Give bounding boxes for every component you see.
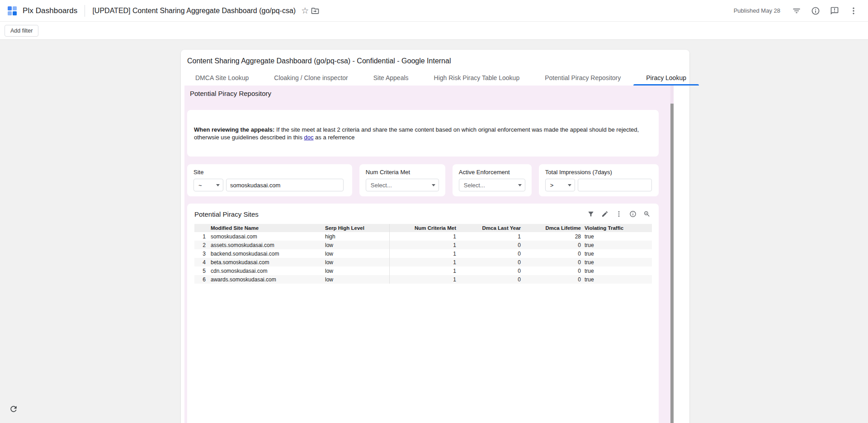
cell-row-number: 1	[194, 232, 209, 241]
column-header-violating-traffic[interactable]: Violating Traffic	[583, 224, 652, 232]
doc-link[interactable]: doc	[304, 134, 314, 141]
add-filter-button[interactable]: Add filter	[5, 25, 38, 37]
cell-serp: low	[323, 275, 389, 284]
tab-dmca-site-lookup[interactable]: DMCA Site Lookup	[183, 71, 261, 86]
tab-site-appeals[interactable]: Site Appeals	[361, 71, 421, 86]
cell-site: beta.somoskudasai.com	[209, 258, 323, 266]
potential-piracy-sites-table: Modified Site Name Serp High Level Num C…	[194, 224, 652, 284]
cell-dmca-last-year: 0	[458, 241, 523, 249]
column-header-num-criteria-met[interactable]: Num Criteria Met	[389, 224, 458, 232]
move-to-folder-icon[interactable]	[309, 5, 321, 17]
chevron-down-icon	[432, 184, 435, 186]
cell-dmca-last-year: 0	[458, 249, 523, 258]
active-enforcement-select[interactable]: Select...	[459, 179, 525, 191]
impressions-operator-dropdown[interactable]: >	[545, 179, 575, 191]
info-icon[interactable]	[809, 5, 822, 17]
cell-row-number: 4	[194, 258, 209, 266]
cell-site: cdn.somoskudasai.com	[209, 266, 323, 275]
table-edit-icon[interactable]	[600, 209, 610, 219]
published-label: Published May 28	[734, 7, 780, 14]
app-name: Plx Dashboards	[23, 6, 77, 15]
note-bold-prefix: When reviewing the appeals:	[194, 126, 274, 133]
cell-dmca-last-year: 0	[458, 275, 523, 284]
dashboard-title: [UPDATED] Content Sharing Aggregate Dash…	[92, 7, 296, 15]
cell-serp: low	[323, 241, 389, 249]
filter-card-site: Site ~	[187, 164, 352, 196]
note-text: When reviewing the appeals: If the site …	[194, 126, 652, 141]
cell-serp: low	[323, 249, 389, 258]
cell-violating-traffic: true	[583, 232, 652, 241]
table-more-vertical-icon[interactable]	[614, 209, 624, 219]
cell-dmca-lifetime: 0	[523, 266, 583, 275]
filter-card-num-criteria-met: Num Criteria Met Select...	[359, 164, 445, 196]
chevron-down-icon	[568, 184, 571, 186]
cell-row-number: 6	[194, 275, 209, 284]
table-info-icon[interactable]	[628, 209, 638, 219]
cell-dmca-lifetime: 0	[523, 275, 583, 284]
plx-dashboards-logo-icon[interactable]	[7, 6, 17, 16]
cell-row-number: 3	[194, 249, 209, 258]
filter-card-active-enforcement: Active Enforcement Select...	[453, 164, 532, 196]
table-row: 4 beta.somoskudasai.com low 1 0 0 true	[194, 258, 652, 266]
cell-dmca-lifetime: 0	[523, 249, 583, 258]
filter-title-site: Site	[193, 169, 346, 176]
tab-potential-piracy-repository[interactable]: Potential Piracy Repository	[532, 71, 633, 86]
top-app-bar: Plx Dashboards [UPDATED] Content Sharing…	[0, 0, 868, 22]
tab-high-risk-piracy-table-lookup[interactable]: High Risk Piracy Table Lookup	[421, 71, 533, 86]
chevron-down-icon	[216, 184, 220, 186]
table-row: 3 backend.somoskudasai.com low 1 0 0 tru…	[194, 249, 652, 258]
cell-row-number: 2	[194, 241, 209, 249]
feedback-icon[interactable]	[828, 5, 841, 17]
dashboard-card: Content Sharing Aggregate Dashboard (go/…	[181, 50, 689, 423]
cell-site: somoskudasai.com	[209, 232, 323, 241]
more-vertical-icon[interactable]	[847, 5, 860, 17]
cell-site: assets.somoskudasai.com	[209, 241, 323, 249]
section-title: Potential Piracy Repository	[187, 90, 659, 98]
filter-title-total-impressions: Total Impressions (7days)	[545, 169, 652, 176]
cell-criteria: 1	[389, 249, 458, 258]
cell-criteria: 1	[389, 241, 458, 249]
column-header-serp-high-level[interactable]: Serp High Level	[323, 224, 389, 232]
column-header-modified-site-name[interactable]: Modified Site Name	[209, 224, 323, 232]
cell-criteria: 1	[389, 275, 458, 284]
star-favorite-icon[interactable]: ☆	[301, 6, 309, 15]
table-toolbar	[586, 209, 652, 219]
site-operator-dropdown[interactable]: ~	[193, 179, 223, 191]
divider	[85, 5, 85, 17]
table-row: 6 awards.somoskudasai.com low 1 0 0 true	[194, 275, 652, 284]
cell-site: backend.somoskudasai.com	[209, 249, 323, 258]
table-row: 1 somoskudasai.com high 1 1 28 true	[194, 232, 652, 241]
cell-dmca-lifetime: 28	[523, 232, 583, 241]
table-row: 2 assets.somoskudasai.com low 1 0 0 true	[194, 241, 652, 249]
impressions-operator-value: >	[550, 182, 554, 189]
column-header-dmca-lifetime[interactable]: Dmca Lifetime	[523, 224, 583, 232]
active-enforcement-placeholder: Select...	[464, 182, 485, 189]
site-operator-value: ~	[198, 182, 202, 189]
table-filter-icon[interactable]	[586, 209, 596, 219]
cell-serp: high	[323, 232, 389, 241]
topbar-left: Plx Dashboards [UPDATED] Content Sharing…	[7, 5, 321, 17]
filter-title-num-criteria: Num Criteria Met	[366, 169, 439, 176]
filter-toggle-icon[interactable]	[790, 5, 803, 17]
cell-dmca-lifetime: 0	[523, 258, 583, 266]
chevron-down-icon	[518, 184, 522, 186]
num-criteria-select[interactable]: Select...	[366, 179, 439, 191]
cell-criteria: 1	[389, 232, 458, 241]
tab-piracy-lookup[interactable]: Piracy Lookup	[633, 71, 699, 86]
cell-serp: low	[323, 258, 389, 266]
filters-row: Site ~ Num Criteria Met Select...	[187, 164, 659, 196]
table-zoom-icon[interactable]	[642, 209, 652, 219]
widget-scrollbar-thumb[interactable]	[670, 104, 674, 423]
cell-row-number: 5	[194, 266, 209, 275]
table-header-row: Modified Site Name Serp High Level Num C…	[194, 224, 652, 232]
site-value-input[interactable]	[226, 179, 344, 191]
impressions-value-input[interactable]	[578, 179, 652, 191]
filter-card-total-impressions: Total Impressions (7days) >	[539, 164, 659, 196]
cell-violating-traffic: true	[583, 266, 652, 275]
cell-violating-traffic: true	[583, 275, 652, 284]
refresh-icon[interactable]	[9, 404, 18, 413]
column-header-dmca-last-year[interactable]: Dmca Last Year	[458, 224, 523, 232]
filter-title-active-enforcement: Active Enforcement	[459, 169, 525, 176]
cell-violating-traffic: true	[583, 249, 652, 258]
tab-cloaking-clone-inspector[interactable]: Cloaking / Clone inspector	[261, 71, 360, 86]
